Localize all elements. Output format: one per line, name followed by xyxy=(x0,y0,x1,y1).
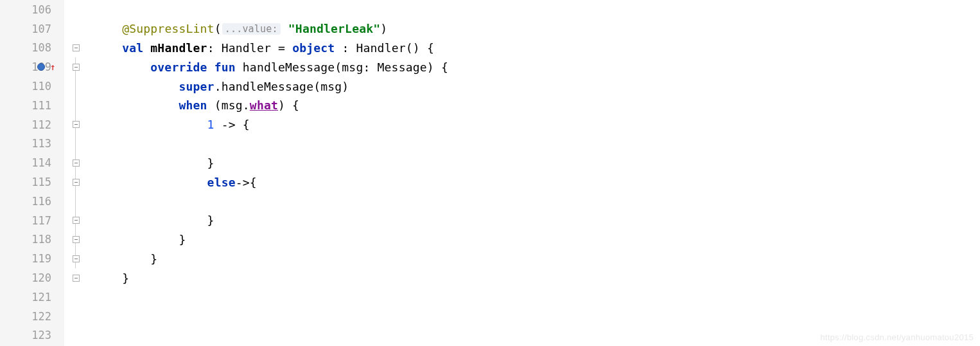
keyword-override: override xyxy=(150,60,207,74)
code-line[interactable] xyxy=(94,307,980,326)
line-number-gutter: 106 107 108 109 ↑ 110 111 112 113 114 11… xyxy=(0,0,64,346)
editor-code-area[interactable]: @SuppressLint(...value: "HandlerLeak") v… xyxy=(87,0,980,346)
gutter-row: 112 xyxy=(0,115,64,134)
keyword-super: super xyxy=(179,80,214,93)
line-number: 106 xyxy=(31,3,51,16)
gutter-row: 122 xyxy=(0,307,64,326)
keyword-object: object xyxy=(292,41,335,55)
code-line[interactable] xyxy=(94,134,980,154)
fold-gutter xyxy=(64,0,87,346)
gutter-row: 111 xyxy=(0,96,64,115)
code-line[interactable] xyxy=(94,192,980,211)
code-line[interactable]: @SuppressLint(...value: "HandlerLeak") xyxy=(94,19,980,39)
code-line[interactable]: else->{ xyxy=(94,172,980,192)
line-number: 114 xyxy=(31,156,51,169)
code-line[interactable]: val mHandler: Handler = object : Handler… xyxy=(94,39,980,58)
property-what: what xyxy=(250,98,278,112)
arrow-up-icon[interactable]: ↑ xyxy=(50,62,55,72)
fold-toggle-icon[interactable] xyxy=(73,275,80,282)
line-number: 108 xyxy=(31,41,51,54)
annotation: @SuppressLint xyxy=(122,22,214,35)
string-literal: "HandlerLeak" xyxy=(288,22,380,35)
gutter-row: 117 xyxy=(0,211,64,230)
gutter-row: 118 xyxy=(0,230,64,250)
fold-toggle-icon[interactable] xyxy=(73,255,80,262)
code-line[interactable]: 1 -> { xyxy=(94,115,980,134)
keyword-fun: fun xyxy=(214,60,236,74)
keyword-else: else xyxy=(207,176,236,189)
fold-toggle-icon[interactable] xyxy=(73,44,80,51)
gutter-row: 121 xyxy=(0,287,64,307)
gutter-row: 120 xyxy=(0,268,64,287)
line-number: 111 xyxy=(31,99,51,112)
gutter-row: 113 xyxy=(0,134,64,154)
number-literal: 1 xyxy=(207,118,214,131)
line-number: 122 xyxy=(31,310,51,323)
fold-toggle-icon[interactable] xyxy=(73,236,80,243)
line-number: 117 xyxy=(31,214,51,227)
gutter-row: 123 xyxy=(0,326,64,345)
code-line[interactable]: when (msg.what) { xyxy=(94,96,980,115)
line-number: 123 xyxy=(31,329,51,341)
fold-toggle-icon[interactable] xyxy=(73,217,80,224)
line-number: 107 xyxy=(31,23,51,35)
gutter-row[interactable]: 109 ↑ xyxy=(0,57,64,77)
code-line[interactable]: override fun handleMessage(msg: Message)… xyxy=(94,57,980,77)
code-line[interactable]: } xyxy=(94,230,980,250)
gutter-row: 108 xyxy=(0,39,64,58)
code-line[interactable] xyxy=(94,287,980,307)
watermark-text: https://blog.csdn.net/yanhuomatou2015 xyxy=(820,332,974,342)
gutter-row: 107 xyxy=(0,19,64,39)
code-line[interactable]: } xyxy=(94,249,980,268)
line-number: 116 xyxy=(31,195,51,208)
fold-toggle-icon[interactable] xyxy=(73,159,80,167)
gutter-row: 115 xyxy=(0,172,64,192)
line-number: 119 xyxy=(31,252,51,265)
gutter-row: 106 xyxy=(0,0,64,19)
fold-toggle-icon[interactable] xyxy=(73,179,80,186)
code-line[interactable]: } xyxy=(94,268,980,287)
line-number: 120 xyxy=(31,271,51,284)
code-line[interactable]: } xyxy=(94,211,980,230)
line-number: 121 xyxy=(31,291,51,304)
gutter-row: 110 xyxy=(0,77,64,96)
line-number: 110 xyxy=(31,80,51,93)
line-number: 115 xyxy=(31,176,51,188)
line-number: 113 xyxy=(31,137,51,150)
code-line[interactable] xyxy=(94,0,980,19)
fold-toggle-icon[interactable] xyxy=(73,64,80,71)
gutter-row: 114 xyxy=(0,153,64,172)
keyword-val: val xyxy=(122,41,143,55)
fold-toggle-icon[interactable] xyxy=(73,121,80,128)
gutter-row: 119 xyxy=(0,249,64,268)
line-number: 112 xyxy=(31,118,51,131)
gutter-row: 116 xyxy=(0,192,64,211)
keyword-when: when xyxy=(179,98,207,112)
code-line[interactable]: } xyxy=(94,153,980,172)
parameter-hint: ...value: xyxy=(222,23,281,35)
code-line[interactable]: super.handleMessage(msg) xyxy=(94,77,980,96)
line-number: 118 xyxy=(31,233,51,246)
